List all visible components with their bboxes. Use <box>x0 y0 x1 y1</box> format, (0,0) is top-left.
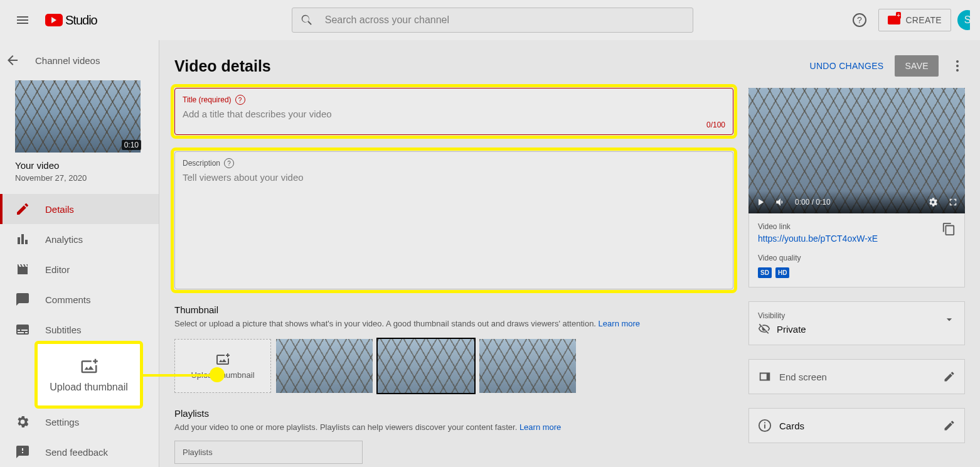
subtitles-icon <box>15 322 30 337</box>
back-to-channel-videos[interactable]: Channel videos <box>0 45 159 75</box>
create-button[interactable]: CREATE <box>878 9 951 31</box>
sidebar-item-subtitles[interactable]: Subtitles <box>0 314 159 345</box>
sidebar-item-editor[interactable]: Editor <box>0 254 159 284</box>
auto-thumbnail-1[interactable] <box>276 339 373 393</box>
tutorial-callout: Upload thumbnail <box>35 341 143 409</box>
add-image-icon <box>80 357 99 375</box>
auto-thumbnail-2[interactable] <box>378 339 474 393</box>
playlists-learn-more[interactable]: Learn more <box>519 422 561 432</box>
playlists-heading: Playlists <box>174 408 733 419</box>
video-info-card: Video link https://youtu.be/pTCT4oxW-xE … <box>748 213 965 287</box>
sidebar-video-date: November 27, 2020 <box>15 173 144 183</box>
add-image-icon <box>215 352 230 367</box>
description-input[interactable] <box>183 168 725 184</box>
hd-badge: HD <box>775 267 789 278</box>
playlists-select[interactable]: Playlists <box>174 441 363 464</box>
info-icon <box>758 419 772 432</box>
auto-thumbnail-3[interactable] <box>479 339 576 393</box>
account-avatar[interactable]: S <box>957 10 970 30</box>
undo-changes-button[interactable]: UNDO CHANGES <box>810 61 884 71</box>
svg-text:?: ? <box>858 15 863 25</box>
comments-icon <box>15 292 30 307</box>
play-icon[interactable] <box>755 196 766 208</box>
svg-point-4 <box>956 69 959 72</box>
menu-icon[interactable] <box>10 8 35 33</box>
sidebar-item-analytics[interactable]: Analytics <box>0 224 159 254</box>
create-camera-icon <box>888 16 900 24</box>
end-screen-row[interactable]: End screen <box>748 359 965 394</box>
settings-gear-icon[interactable] <box>927 196 939 208</box>
thumbnail-heading: Thumbnail <box>174 304 733 315</box>
analytics-icon <box>15 232 30 247</box>
youtube-play-icon <box>45 14 63 26</box>
thumbnail-duration: 0:10 <box>122 140 141 150</box>
logo-text: Studio <box>65 13 97 28</box>
feedback-icon <box>15 444 30 459</box>
svg-rect-6 <box>764 424 765 428</box>
sidebar-item-comments[interactable]: Comments <box>0 284 159 314</box>
svg-point-3 <box>956 65 959 67</box>
video-quality-label: Video quality <box>758 254 956 262</box>
svg-rect-7 <box>764 422 765 424</box>
copy-icon[interactable] <box>942 222 956 236</box>
help-icon[interactable]: ? <box>224 158 234 168</box>
video-player[interactable]: 0:00 / 0:10 <box>748 88 965 213</box>
app-header: Studio Search across your channel ? CREA… <box>0 0 980 40</box>
thumbnail-learn-more[interactable]: Learn more <box>599 319 640 328</box>
pencil-icon <box>15 201 30 217</box>
cards-row[interactable]: Cards <box>748 408 965 443</box>
visibility-off-icon <box>758 323 770 335</box>
search-icon <box>300 13 314 27</box>
player-time: 0:00 / 0:10 <box>795 198 831 207</box>
create-label: CREATE <box>905 15 942 25</box>
video-link[interactable]: https://youtu.be/pTCT4oxW-xE <box>758 234 878 244</box>
tutorial-callout-dot <box>210 367 225 382</box>
description-field[interactable]: Description ? <box>174 151 733 289</box>
video-thumbnail-preview[interactable]: 0:10 <box>15 80 144 153</box>
pencil-icon[interactable] <box>943 419 956 432</box>
sidebar-item-settings[interactable]: Settings <box>0 407 159 437</box>
main-content: Video details UNDO CHANGES SAVE Title (r… <box>159 40 980 467</box>
search-placeholder: Search across your channel <box>325 14 449 26</box>
title-field[interactable]: Title (required) ? 0/100 <box>174 88 733 135</box>
studio-logo[interactable]: Studio <box>45 13 97 28</box>
sidebar-item-feedback[interactable]: Send feedback <box>0 437 159 467</box>
tutorial-callout-line <box>143 374 217 377</box>
visibility-selector[interactable]: Visibility Private <box>748 301 965 345</box>
sidebar-item-details[interactable]: Details <box>0 194 159 224</box>
title-input[interactable] <box>183 105 725 121</box>
video-link-label: Video link <box>758 222 878 231</box>
more-options-icon[interactable] <box>950 58 965 73</box>
sd-badge: SD <box>758 267 772 278</box>
volume-icon[interactable] <box>775 196 786 208</box>
pencil-icon[interactable] <box>943 370 956 383</box>
gear-icon <box>15 414 30 429</box>
search-input[interactable]: Search across your channel <box>292 8 693 33</box>
save-button[interactable]: SAVE <box>895 55 939 77</box>
sidebar-video-title: Your video <box>15 160 144 171</box>
help-icon[interactable]: ? <box>235 95 245 105</box>
svg-point-2 <box>956 60 959 63</box>
upload-thumbnail-button[interactable]: Upload thumbnail <box>174 339 271 393</box>
end-screen-icon <box>758 370 772 384</box>
arrow-back-icon <box>5 53 20 68</box>
chevron-down-icon <box>943 313 956 326</box>
fullscreen-icon[interactable] <box>947 196 959 208</box>
editor-icon <box>15 262 30 277</box>
title-char-count: 0/100 <box>183 121 725 129</box>
help-icon[interactable]: ? <box>847 8 872 33</box>
page-title: Video details <box>174 57 271 75</box>
